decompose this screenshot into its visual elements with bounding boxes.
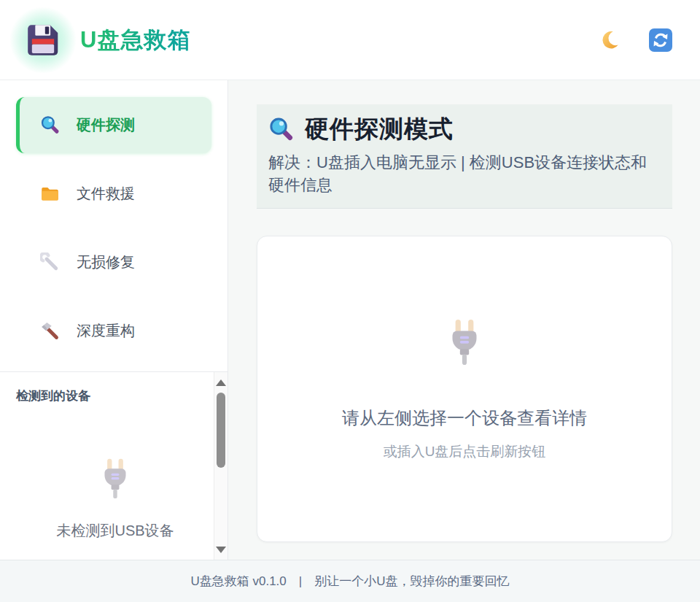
scrollbar-down-arrow[interactable] — [214, 542, 228, 557]
sidebar-item-label: 文件救援 — [77, 184, 135, 204]
theme-toggle-button[interactable] — [594, 24, 626, 56]
mode-banner: 硬件探测模式 解决：U盘插入电脑无显示 | 检测USB设备连接状态和硬件信息 — [257, 104, 672, 209]
device-empty-text: 未检测到USB设备 — [16, 521, 214, 541]
main-content: 硬件探测模式 解决：U盘插入电脑无显示 | 检测USB设备连接状态和硬件信息 请… — [229, 80, 700, 560]
plug-icon — [440, 317, 489, 366]
sidebar-item-file-rescue[interactable]: 文件救援 — [16, 166, 211, 222]
app-footer: U盘急救箱 v0.1.0 | 别让一个小U盘，毁掉你的重要回忆 — [0, 560, 700, 602]
scrollbar-up-arrow[interactable] — [214, 375, 228, 390]
magnifier-icon — [40, 115, 60, 135]
placeholder-line1: 请从左侧选择一个设备查看详情 — [342, 406, 587, 430]
sidebar-item-label: 无损修复 — [77, 252, 135, 272]
sidebar-item-deep-rebuild[interactable]: 深度重构 — [16, 303, 211, 359]
device-empty-state: 未检测到USB设备 — [16, 457, 214, 541]
magnifier-icon — [268, 117, 294, 142]
placeholder-line2: 或插入U盘后点击刷新按钮 — [384, 442, 546, 461]
scrollbar-thumb[interactable] — [217, 393, 225, 468]
device-detail-placeholder-card: 请从左侧选择一个设备查看详情 或插入U盘后点击刷新按钮 — [257, 236, 672, 542]
sidebar-item-label: 深度重构 — [77, 321, 135, 341]
page-subtitle: 解决：U盘插入电脑无显示 | 检测USB设备连接状态和硬件信息 — [268, 151, 661, 196]
sidebar-nav: 硬件探测 文件救援 无损修复 深度重构 — [0, 80, 228, 371]
moon-icon — [599, 29, 621, 51]
app-title: U盘急救箱 — [80, 25, 190, 55]
sidebar-item-hardware-detect[interactable]: 硬件探测 — [16, 97, 211, 153]
folder-icon — [40, 184, 60, 204]
wrench-icon — [40, 252, 60, 272]
app-header: U盘急救箱 — [0, 0, 700, 80]
refresh-icon — [648, 28, 673, 53]
refresh-button[interactable] — [645, 24, 677, 56]
app-logo — [23, 20, 63, 60]
device-panel: 检测到的设备 未检测到USB设备 — [0, 371, 228, 560]
plug-icon — [94, 457, 136, 499]
device-list-scrollbar[interactable] — [214, 372, 228, 560]
sidebar-item-lossless-repair[interactable]: 无损修复 — [16, 234, 211, 290]
hammer-icon — [40, 321, 60, 341]
sidebar: 硬件探测 文件救援 无损修复 深度重构 检测到的设备 — [0, 80, 228, 560]
footer-text: U盘急救箱 v0.1.0 | 别让一个小U盘，毁掉你的重要回忆 — [190, 573, 509, 590]
page-title: 硬件探测模式 — [305, 113, 454, 146]
sidebar-item-label: 硬件探测 — [77, 115, 135, 135]
placeholder-plug — [440, 317, 489, 366]
device-panel-heading: 检测到的设备 — [16, 387, 211, 404]
floppy-disk-icon — [23, 20, 63, 60]
